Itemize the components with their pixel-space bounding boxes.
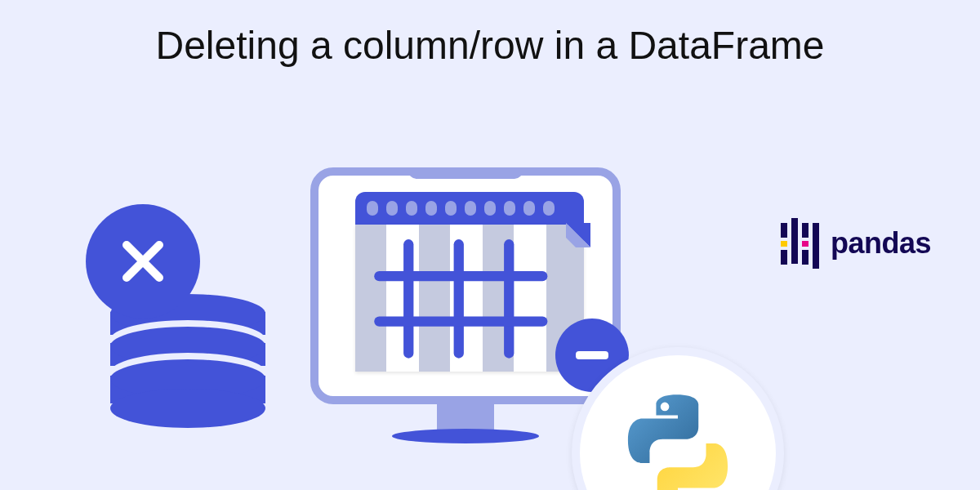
- pandas-text: pandas: [831, 226, 931, 261]
- spreadsheet-body: [355, 225, 584, 372]
- spreadsheet-header: [355, 192, 584, 225]
- spreadsheet-icon: [355, 192, 584, 372]
- monitor-icon: [310, 167, 621, 445]
- close-icon: [86, 204, 200, 318]
- page-title: Deleting a column/row in a DataFrame: [0, 23, 980, 68]
- spreadsheet-corner-fold-icon: [566, 223, 590, 247]
- spreadsheet-grid-icon: [367, 236, 568, 362]
- monitor-notch: [408, 167, 523, 179]
- monitor-base: [392, 429, 539, 443]
- illustration-area: pandas: [0, 90, 980, 490]
- python-icon: [608, 384, 747, 490]
- pandas-logo: pandas: [781, 220, 931, 266]
- pandas-icon: [781, 220, 819, 266]
- database-delete-group: [110, 294, 265, 425]
